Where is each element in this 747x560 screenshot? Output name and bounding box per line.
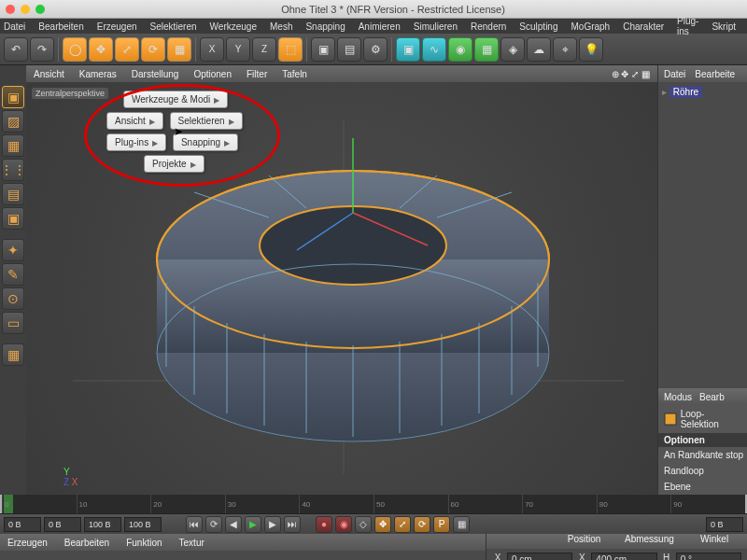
menu-skript[interactable]: Skript [712,21,736,32]
menu-datei[interactable]: Datei [4,21,25,32]
frame-range-lo[interactable]: 0 B [44,517,81,532]
view-tafeln[interactable]: Tafeln [282,69,307,79]
tweak-mode-button[interactable]: ✎ [2,263,24,286]
misc-mode-button[interactable]: ▦ [2,343,24,366]
workplane-button[interactable]: ▭ [2,312,24,334]
move-tool-button[interactable]: ✥ [89,37,113,62]
autokey-button[interactable]: ◉ [335,516,352,533]
y-axis-button[interactable]: Y [226,37,250,62]
live-select-button[interactable]: ◯ [63,37,87,62]
lower-textur[interactable]: Textur [179,538,204,548]
goto-end-button[interactable]: ⏭ [284,516,301,533]
menu-rendern[interactable]: Rendern [471,21,506,32]
add-environment-button[interactable]: ☁ [527,37,551,62]
add-generator-button[interactable]: ◉ [448,37,472,62]
key-misc-button[interactable]: ▦ [453,516,470,533]
menu-plugins[interactable]: Plug-ins [677,16,698,36]
ctx-plugins[interactable]: Plug-ins▶ [106,133,166,151]
ctx-ansicht[interactable]: Ansicht▶ [106,112,163,130]
polygon-mode-button[interactable]: ▣ [2,207,24,230]
key-rot-button[interactable]: ⟳ [414,516,430,533]
attribute-manager: Datei Bearbeite ▸ Röhre Modus Bearb Loop… [657,65,747,495]
menu-simulieren[interactable]: Simulieren [414,21,458,32]
key-pla-button[interactable]: P [433,516,450,533]
redo-button[interactable]: ↷ [30,37,54,62]
objmgr-tab-bearbeiten[interactable]: Bearbeite [695,69,735,79]
model-mode-button[interactable]: ▣ [2,86,24,108]
menu-snapping[interactable]: Snapping [305,21,345,32]
add-deformer-button[interactable]: ◈ [500,37,525,62]
coord-system-button[interactable]: ⬚ [278,37,303,62]
key-pos-button[interactable]: ✥ [374,516,391,533]
ctx-werkzeuge-modi[interactable]: Werkzeuge & Modi▶ [123,91,228,108]
add-mograph-button[interactable]: ▦ [474,37,499,62]
minimize-window-icon[interactable] [21,5,30,14]
ctx-projekte[interactable]: Projekte▶ [144,155,204,173]
next-frame-button[interactable]: ▶ [264,516,281,533]
close-window-icon[interactable] [6,5,15,14]
zoom-window-icon[interactable] [35,5,45,14]
x-axis-button[interactable]: X [200,37,224,62]
undo-button[interactable]: ↶ [4,37,28,62]
scale-tool-button[interactable]: ⤢ [115,37,139,62]
snap-button[interactable]: ⊙ [2,287,24,310]
add-light-button[interactable]: 💡 [579,37,603,62]
record-button[interactable]: ● [316,516,332,533]
view-kameras[interactable]: Kameras [79,69,117,79]
add-primitive-button[interactable]: ▣ [396,37,420,62]
menu-animieren[interactable]: Animieren [359,21,401,32]
render-settings-button[interactable]: ⚙ [363,37,388,62]
menu-charakter[interactable]: Charakter [623,21,664,32]
opt-randkante[interactable]: An Randkante stop [658,447,747,463]
menu-mograph[interactable]: MoGraph [571,21,610,32]
point-mode-button[interactable]: ⋮⋮ [2,159,24,181]
mac-titlebar: Ohne Titel 3 * (NFR Version - Restricted… [0,0,747,19]
menu-selektieren[interactable]: Selektieren [150,21,197,32]
attr-tab-bearb[interactable]: Bearb [699,392,725,402]
loop-button[interactable]: ⟳ [205,516,222,533]
view-filter[interactable]: Filter [247,69,267,79]
lower-erzeugen[interactable]: Erzeugen [7,538,48,548]
frame-end-b[interactable]: 0 B [706,517,743,532]
frame-start-a[interactable]: 0 B [4,517,41,532]
menu-mesh[interactable]: Mesh [270,21,292,32]
timeline[interactable]: 0 10 20 30 40 50 60 70 80 90 [2,495,745,513]
view-darstellung[interactable]: Darstellung [132,69,179,79]
viewport-nav-icon[interactable]: ⊕ ✥ ⤢ ▦ [612,69,650,79]
menu-erzeugen[interactable]: Erzeugen [97,21,137,32]
object-mode-button[interactable]: ▨ [2,110,24,133]
axis-mode-button[interactable]: ✦ [2,239,24,261]
objmgr-tab-datei[interactable]: Datei [664,69,685,79]
goto-start-button[interactable]: ⏮ [186,516,203,533]
pos-x-field[interactable]: 0 cm [507,553,572,560]
last-tool-button[interactable]: ▦ [167,37,191,62]
menu-bearbeiten[interactable]: Bearbeiten [38,21,83,32]
menu-werkzeuge[interactable]: Werkzeuge [210,21,257,32]
add-spline-button[interactable]: ∿ [422,37,446,62]
rotate-tool-button[interactable]: ⟳ [141,37,165,62]
menu-sculpting[interactable]: Sculpting [519,21,557,32]
keyframe-button[interactable]: ◇ [355,516,372,533]
prev-frame-button[interactable]: ◀ [225,516,242,533]
object-roehre[interactable]: Röhre [669,86,702,98]
texture-mode-button[interactable]: ▦ [2,134,24,157]
render-pv-button[interactable]: ▤ [337,37,361,62]
key-scale-button[interactable]: ⤢ [394,516,411,533]
frame-range-mid[interactable]: 100 B [84,517,121,532]
opt-randloop[interactable]: Randloop [658,463,747,479]
view-ansicht[interactable]: Ansicht [34,69,64,79]
lower-funktion[interactable]: Funktion [126,538,162,548]
opt-ebene[interactable]: Ebene [658,479,747,495]
add-camera-button[interactable]: ⌖ [553,37,577,62]
view-optionen[interactable]: Optionen [193,69,232,79]
edge-mode-button[interactable]: ▤ [2,183,24,205]
object-tree[interactable]: ▸ Röhre [658,82,747,388]
lower-bearbeiten[interactable]: Bearbeiten [64,538,109,548]
play-button[interactable]: ▶ [245,516,261,533]
frame-range-hi[interactable]: 100 B [124,517,162,532]
dim-x-field[interactable]: 400 cm [591,553,656,560]
ang-h-field[interactable]: 0 ° [676,553,741,560]
z-axis-button[interactable]: Z [252,37,276,62]
render-view-button[interactable]: ▣ [311,37,335,62]
attr-tab-modus[interactable]: Modus [664,392,692,402]
